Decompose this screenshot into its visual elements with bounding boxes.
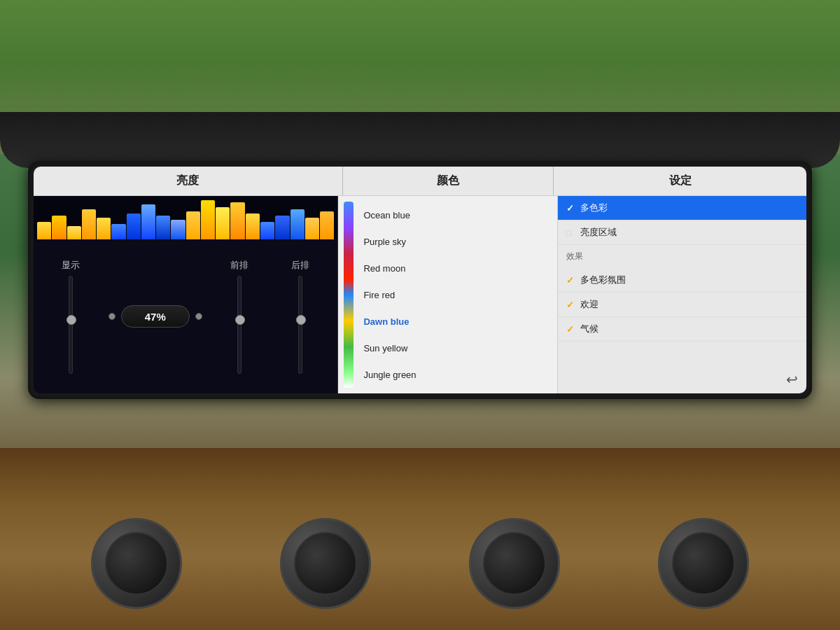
rear-slider-col: 后排 [277, 259, 324, 374]
viz-bar [97, 218, 111, 239]
settings-panel: ✓ 多色彩 □ 亮度区域 效果 ✓ 多色彩氛围 [558, 196, 806, 393]
settings-label: 设定 [669, 174, 692, 188]
viz-bar [127, 214, 141, 239]
viz-bar [111, 224, 125, 239]
vents-row [0, 518, 840, 609]
viz-bar [260, 222, 274, 239]
infotainment-screen: 亮度 颜色 设定 [34, 167, 806, 393]
viz-bar [216, 207, 230, 240]
brightness-panel: 显示 47% [34, 196, 338, 393]
color-strip [344, 202, 354, 388]
viz-bar [67, 226, 81, 239]
vent-inner-left [105, 532, 168, 595]
check-icon-multicolor: ✓ [566, 203, 576, 214]
vent-left [91, 518, 182, 609]
viz-bar [186, 211, 200, 239]
front-slider-col: 前排 [216, 259, 263, 374]
display-slider-track[interactable] [69, 276, 73, 374]
color-item-ocean-blue[interactable]: Ocean blue [359, 207, 551, 223]
settings-item-welcome[interactable]: ✓ 欢迎 [558, 293, 806, 317]
viz-bar [290, 209, 304, 239]
color-panel: Ocean blue Purple sky Red moon Fire red … [338, 196, 557, 393]
slider-dot-left [108, 313, 115, 320]
viz-bar [201, 200, 215, 239]
effects-header-label: 效果 [566, 251, 583, 262]
checkbox-brightness-zone: □ [566, 227, 576, 238]
viz-bar [171, 220, 185, 239]
settings-effects-header: 效果 [558, 245, 806, 268]
vent-right [658, 518, 749, 609]
viz-bar [37, 222, 51, 239]
check-icon-welcome: ✓ [566, 300, 576, 310]
rear-slider-track[interactable] [298, 276, 302, 374]
front-slider-thumb[interactable] [235, 315, 245, 325]
vent-inner-center-right [483, 532, 546, 595]
color-item-fire-red[interactable]: Fire red [359, 287, 551, 303]
viz-bar [275, 216, 289, 239]
color-item-purple-sky[interactable]: Purple sky [359, 234, 551, 250]
slider-value: 47% [145, 311, 166, 323]
back-arrow-icon[interactable]: ↩ [786, 371, 798, 388]
dash-top [0, 112, 840, 168]
screen-header: 亮度 颜色 设定 [34, 167, 806, 196]
vent-inner-center-left [294, 532, 357, 595]
slider-horizontal-row: 47% [108, 305, 202, 328]
color-list: Ocean blue Purple sky Red moon Fire red … [359, 202, 551, 388]
color-item-dawn-blue[interactable]: Dawn blue [359, 314, 551, 330]
color-header: 颜色 [343, 167, 554, 195]
viz-bar [82, 209, 96, 239]
color-item-jungle-green[interactable]: Jungle green [359, 367, 551, 383]
display-slider-label: 显示 [62, 259, 80, 272]
settings-header: 设定 [554, 167, 806, 195]
brightness-header: 亮度 [34, 167, 343, 195]
color-item-sun-yellow[interactable]: Sun yellow [359, 340, 551, 356]
settings-item-climate[interactable]: ✓ 气候 [558, 317, 806, 342]
rear-slider-thumb[interactable] [296, 315, 306, 325]
viz-bar [156, 216, 170, 239]
display-slider-thumb[interactable] [66, 315, 76, 325]
settings-label-multicolor: 多色彩 [580, 202, 608, 214]
check-icon-multicolor-ambience: ✓ [566, 275, 576, 286]
vent-center-right [469, 518, 560, 609]
viz-bar [141, 204, 155, 239]
rear-slider-label: 后排 [291, 259, 309, 272]
display-slider-col: 显示 [48, 259, 94, 374]
settings-label-multicolor-ambience: 多色彩氛围 [580, 274, 626, 286]
brightness-label: 亮度 [176, 174, 199, 188]
slider-dot-right [195, 313, 202, 320]
settings-label-brightness-zone: 亮度区域 [580, 226, 617, 239]
color-label: 颜色 [437, 174, 459, 188]
vent-center-left [280, 518, 371, 609]
sliders-area: 显示 47% [34, 239, 337, 393]
settings-label-welcome: 欢迎 [580, 298, 598, 311]
front-slider-label: 前排 [230, 259, 248, 272]
viz-bars [34, 196, 337, 239]
settings-item-multicolor[interactable]: ✓ 多色彩 [558, 196, 806, 220]
combined-slider: 47% [108, 305, 202, 328]
back-button-area: ↩ [558, 365, 806, 393]
settings-item-multicolor-ambience[interactable]: ✓ 多色彩氛围 [558, 268, 806, 293]
viz-bar [230, 202, 244, 239]
screen-content: 显示 47% [34, 196, 806, 393]
check-icon-climate: ✓ [566, 324, 576, 335]
settings-label-climate: 气候 [580, 323, 598, 335]
viz-bar [320, 211, 334, 239]
vent-inner-right [672, 532, 735, 595]
viz-bar [246, 214, 260, 239]
ambient-visualization [34, 196, 337, 239]
slider-h-track[interactable]: 47% [121, 305, 190, 328]
viz-bar [305, 218, 319, 239]
color-item-red-moon[interactable]: Red moon [359, 260, 551, 276]
front-slider-track[interactable] [237, 276, 241, 374]
screen-bezel: 亮度 颜色 设定 [28, 161, 812, 399]
viz-bar [52, 216, 66, 239]
settings-item-brightness-zone[interactable]: □ 亮度区域 [558, 220, 806, 245]
